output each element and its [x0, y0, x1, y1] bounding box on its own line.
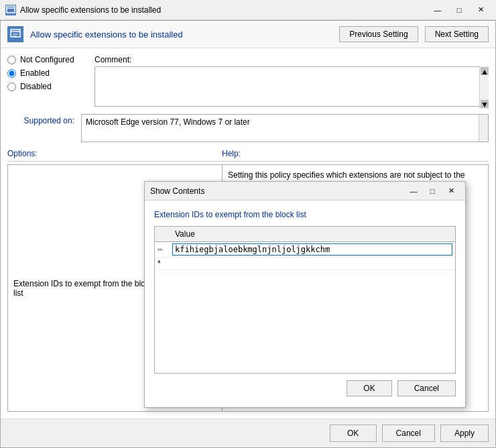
- scroll-up-arrow[interactable]: ▲: [481, 67, 489, 75]
- previous-setting-button[interactable]: Previous Setting: [339, 26, 418, 42]
- maximize-button[interactable]: □: [449, 3, 469, 17]
- show-contents-dialog: Show Contents — □ ✕ Extension IDs to exe…: [144, 181, 466, 408]
- close-button[interactable]: ✕: [471, 3, 491, 17]
- pencil-icon: ✏: [158, 246, 163, 254]
- bottom-buttons-row: OK Cancel Apply: [1, 418, 495, 447]
- dialog-cancel-button[interactable]: Cancel: [397, 380, 456, 396]
- table-row-icon-asterisk: *: [155, 258, 170, 270]
- window-controls: — □ ✕: [428, 3, 491, 17]
- scroll-down-arrow[interactable]: ▼: [481, 100, 489, 108]
- radio-enabled[interactable]: Enabled: [7, 68, 88, 78]
- table-row-asterisk: *: [155, 258, 455, 270]
- radio-disabled-input[interactable]: [7, 82, 16, 91]
- svg-rect-0: [7, 6, 15, 13]
- header-row: Allow specific extensions to be installe…: [1, 21, 495, 48]
- cancel-button[interactable]: Cancel: [382, 425, 435, 442]
- dialog-title-controls: — □ ✕: [405, 184, 460, 198]
- extension-ids-label: Extension IDs to exempt from the block l…: [13, 279, 165, 298]
- comment-textarea[interactable]: [95, 66, 489, 107]
- radio-disabled-label: Disabled: [20, 82, 52, 91]
- apply-button[interactable]: Apply: [440, 425, 489, 442]
- radio-enabled-label: Enabled: [20, 68, 50, 78]
- ok-button[interactable]: OK: [330, 425, 377, 442]
- table-icon-col-header: [155, 227, 170, 242]
- dialog-maximize-button[interactable]: □: [424, 184, 441, 198]
- table-value-col-header: Value: [170, 227, 455, 242]
- comment-label: Comment:: [95, 55, 489, 64]
- table-row-icon-pencil: ✏: [155, 242, 170, 258]
- window-title: Allow specific extensions to be installe…: [20, 5, 428, 15]
- radio-comment-section: Not Configured Enabled Disabled Comment:…: [7, 55, 489, 109]
- title-bar: Allow specific extensions to be installe…: [0, 0, 496, 20]
- comment-column: Comment: ▲ ▼: [95, 55, 489, 109]
- table-row: ✏: [155, 242, 455, 258]
- comment-scrollbar: ▲ ▼: [479, 66, 489, 109]
- dialog-buttons: OK Cancel: [154, 374, 456, 398]
- dialog-content: Extension IDs to exempt from the block l…: [145, 201, 465, 407]
- dialog-title-bar: Show Contents — □ ✕: [145, 182, 465, 201]
- supported-text: Microsoft Edge version 77, Windows 7 or …: [86, 117, 250, 127]
- options-help-row: Options: Help:: [7, 149, 489, 162]
- table-row-value-cell[interactable]: [170, 242, 455, 258]
- asterisk-icon: *: [158, 259, 161, 268]
- header-title: Allow specific extensions to be installe…: [30, 30, 332, 40]
- help-label: Help:: [222, 149, 241, 158]
- radio-enabled-input[interactable]: [7, 69, 16, 78]
- supported-row: Supported on: Microsoft Edge version 77,…: [7, 114, 489, 142]
- svg-rect-2: [11, 30, 20, 37]
- radio-not-configured-label: Not Configured: [20, 55, 74, 64]
- supported-box: Microsoft Edge version 77, Windows 7 or …: [81, 114, 489, 142]
- window-icon: [5, 5, 16, 15]
- dialog-minimize-button[interactable]: —: [405, 184, 422, 198]
- dialog-title: Show Contents: [150, 186, 405, 196]
- minimize-button[interactable]: —: [428, 3, 448, 17]
- radio-disabled[interactable]: Disabled: [7, 82, 88, 91]
- dialog-close-button[interactable]: ✕: [442, 184, 460, 198]
- dialog-table: Value ✏ *: [155, 227, 455, 270]
- supported-label: Supported on:: [7, 114, 74, 125]
- radio-column: Not Configured Enabled Disabled: [7, 55, 88, 109]
- radio-not-configured-input[interactable]: [7, 56, 16, 64]
- dialog-subtitle: Extension IDs to exempt from the block l…: [154, 210, 456, 219]
- table-row-empty-cell[interactable]: [170, 258, 455, 270]
- dialog-ok-button[interactable]: OK: [347, 380, 391, 396]
- radio-not-configured[interactable]: Not Configured: [7, 55, 88, 64]
- dialog-table-container: Value ✏ *: [154, 226, 456, 374]
- value-input[interactable]: [172, 243, 452, 256]
- options-label: Options:: [7, 149, 88, 158]
- supported-scrollbar: [479, 115, 488, 142]
- header-icon: [7, 26, 23, 42]
- next-setting-button[interactable]: Next Setting: [425, 26, 489, 42]
